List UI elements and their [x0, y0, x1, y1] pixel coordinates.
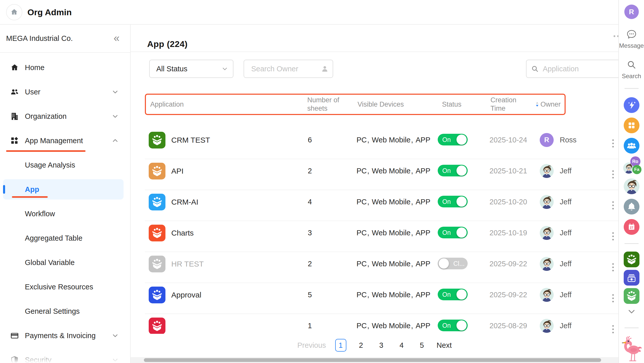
row-actions-menu[interactable] — [611, 169, 615, 179]
column-header-number-of-sheets: Number of sheets — [307, 96, 345, 113]
creation-date: 2025-10-21 — [486, 167, 534, 175]
status-toggle[interactable]: On — [438, 134, 468, 145]
sidebar-item-usage-analysis[interactable]: Usage Analysis — [0, 153, 130, 177]
pagination-next[interactable]: Next — [437, 341, 452, 350]
jeff-avatar[interactable] — [624, 178, 639, 194]
table-row[interactable]: CRM-AI 4 PC,Web Mobile,APP On 2025-10-20… — [145, 190, 618, 221]
message-button[interactable]: Message — [619, 28, 644, 49]
home-button[interactable] — [6, 4, 22, 20]
sidebar-item-label: Home — [25, 63, 44, 72]
status-toggle[interactable]: On — [438, 320, 468, 331]
app-name: HR TEST — [171, 260, 204, 268]
app-table-body: CRM TEST 6 PC,Web Mobile,APP On 2025-10-… — [145, 128, 618, 334]
row-actions-menu[interactable] — [611, 262, 615, 272]
table-row[interactable]: Charts 3 PC,Web Mobile,APP On 2025-10-19… — [145, 221, 618, 252]
sidebar-item-label: General Settings — [25, 307, 80, 316]
pagination-page-3[interactable]: 3 — [376, 339, 387, 352]
status-toggle[interactable]: On — [438, 227, 468, 238]
sidebar-item-label: Global Variable — [25, 258, 75, 267]
sidebar-item-global-variable[interactable]: Global Variable — [0, 250, 130, 275]
row-actions-menu[interactable] — [611, 200, 615, 210]
visible-devices: PC,Web Mobile,APP — [357, 167, 438, 175]
pagination-page-5[interactable]: 5 — [416, 339, 428, 352]
expand-more-icon[interactable] — [627, 307, 636, 316]
contacts-icon[interactable] — [624, 138, 639, 154]
table-row[interactable]: HR TEST 2 PC,Web Mobile,APP Cl... 2025-0… — [145, 252, 618, 283]
sidebar-item-aggregated-table[interactable]: Aggregated Table — [0, 226, 130, 250]
app-icon — [149, 132, 165, 148]
row-actions-menu[interactable] — [611, 231, 615, 241]
search-icon — [626, 59, 637, 71]
sidebar-item-app[interactable]: App — [3, 179, 124, 200]
magic-assistant-icon[interactable] — [624, 97, 639, 113]
sidebar-item-security[interactable]: Security — [0, 348, 130, 363]
apps-grid-icon[interactable] — [624, 118, 639, 133]
status-toggle[interactable]: Cl... — [438, 258, 468, 269]
sidebar-item-user[interactable]: User — [0, 80, 130, 104]
more-menu-button[interactable] — [614, 35, 618, 37]
sheets-count: 3 — [306, 229, 357, 237]
owner-name: Jeff — [560, 167, 571, 175]
pagination-page-4[interactable]: 4 — [396, 339, 407, 352]
owner-avatar — [540, 164, 554, 178]
row-actions-menu[interactable] — [611, 138, 615, 148]
sidebar-item-general-settings[interactable]: General Settings — [0, 299, 130, 323]
sidebar-item-organization[interactable]: Organization — [0, 104, 130, 128]
flamingo-mascot[interactable] — [619, 333, 644, 362]
owner-name: Ross — [560, 136, 577, 144]
app-icon — [149, 256, 165, 272]
row-actions-menu[interactable] — [611, 324, 615, 334]
payments-app-icon[interactable] — [624, 270, 639, 286]
recent-contacts-cluster[interactable]: Ro Fa — [623, 157, 640, 174]
app-shortcut-icon[interactable] — [624, 252, 639, 267]
app-shortcut-icon[interactable] — [624, 288, 639, 304]
sort-icon[interactable] — [535, 101, 539, 108]
pagination-page-2[interactable]: 2 — [355, 339, 367, 352]
pagination-page-1[interactable]: 1 — [335, 339, 346, 352]
calendar-icon[interactable]: 27 — [624, 219, 639, 235]
search-button[interactable]: Search — [619, 59, 644, 80]
status-toggle[interactable]: On — [438, 165, 468, 176]
owner-search-field — [244, 60, 333, 78]
table-row[interactable]: 1 PC,Web Mobile,APP On 2025-08-29 Jeff — [145, 314, 618, 334]
visible-devices: PC,Web Mobile,APP — [357, 291, 438, 299]
table-row[interactable]: Approval 5 PC,Web Mobile,APP On 2025-09-… — [145, 283, 618, 314]
application-search-input[interactable] — [542, 64, 618, 73]
visible-devices: PC,Web Mobile,APP — [357, 198, 438, 206]
sidebar-item-workflow[interactable]: Workflow — [0, 202, 130, 226]
pagination-previous[interactable]: Previous — [297, 341, 326, 350]
table-row[interactable]: API 2 PC,Web Mobile,APP On 2025-10-21 Je… — [145, 159, 618, 190]
horizontal-scrollbar-thumb[interactable] — [144, 358, 601, 362]
sheets-count: 1 — [306, 322, 357, 330]
status-toggle[interactable]: On — [438, 196, 468, 207]
collapse-sidebar-button[interactable]: « — [114, 33, 120, 43]
home-icon — [10, 8, 18, 16]
column-header-application: Application — [146, 100, 307, 109]
horizontal-scrollbar-track[interactable] — [131, 357, 618, 363]
sidebar-item-exclusive-resources[interactable]: Exclusive Resources — [0, 275, 130, 299]
row-actions-menu[interactable] — [611, 293, 615, 303]
status-filter-select[interactable]: All Status — [149, 60, 233, 78]
table-row[interactable]: CRM TEST 6 PC,Web Mobile,APP On 2025-10-… — [145, 128, 618, 159]
creation-date: 2025-08-29 — [486, 322, 534, 330]
sheets-count: 2 — [306, 167, 357, 175]
owner-search-input[interactable] — [251, 64, 318, 73]
chevron-down-icon — [112, 89, 118, 95]
app-icon — [149, 318, 165, 334]
visible-devices: PC,Web Mobile,APP — [357, 260, 438, 268]
sheets-count: 6 — [306, 136, 357, 144]
notifications-icon[interactable] — [624, 199, 639, 214]
main-content: App (224) All Status — [131, 25, 618, 363]
application-search-field — [526, 60, 618, 78]
user-avatar[interactable]: R — [624, 5, 639, 19]
sidebar-item-app-management[interactable]: App Management — [0, 128, 130, 153]
owner-name: Jeff — [560, 198, 571, 206]
person-icon — [321, 65, 329, 73]
status-toggle[interactable]: On — [438, 289, 468, 300]
column-header-owner[interactable]: Owner — [535, 100, 565, 109]
users-icon — [10, 88, 19, 96]
message-icon — [626, 28, 637, 40]
sidebar-item-home[interactable]: Home — [0, 55, 130, 80]
sidebar-item-payments-invoicing[interactable]: Payments & Invoicing — [0, 323, 130, 348]
app-name: Charts — [171, 229, 194, 237]
